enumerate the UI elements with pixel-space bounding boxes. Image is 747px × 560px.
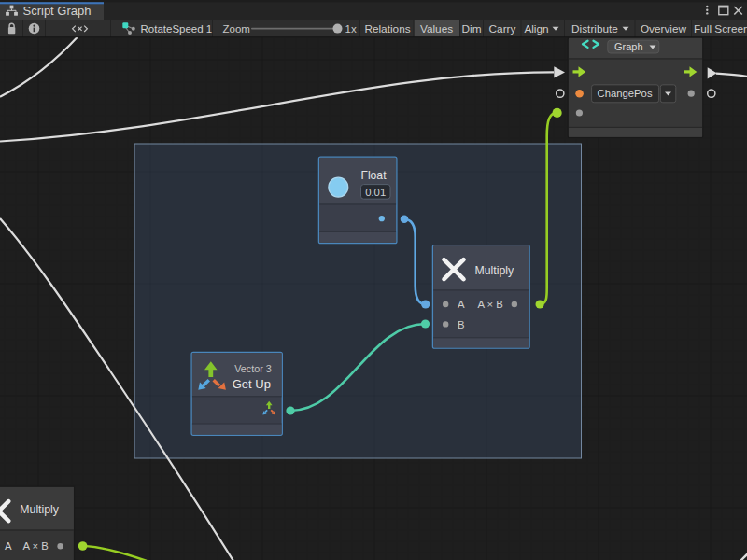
svg-text:Multiply: Multiply (475, 264, 515, 277)
svg-text:Align: Align (524, 22, 548, 35)
svg-text:ChangePos: ChangePos (598, 88, 653, 99)
svg-text:A × B: A × B (478, 299, 503, 310)
svg-text:Dim: Dim (462, 22, 482, 35)
svg-text:Get Up: Get Up (233, 377, 271, 391)
svg-text:Values: Values (420, 22, 453, 35)
svg-text:Vector 3: Vector 3 (234, 363, 272, 374)
svg-text:0.01: 0.01 (365, 187, 386, 198)
svg-text:B: B (458, 319, 465, 330)
svg-text:Overview: Overview (641, 22, 687, 35)
svg-text:A × B: A × B (23, 540, 49, 552)
svg-text:A: A (5, 540, 12, 552)
svg-text:Script Graph: Script Graph (23, 4, 92, 18)
svg-text:RotateSpeed 1: RotateSpeed 1 (141, 23, 213, 35)
svg-text:Float: Float (360, 169, 387, 182)
svg-text:Zoom: Zoom (223, 23, 250, 35)
svg-text:Full Screen: Full Screen (694, 22, 747, 35)
svg-text:Distribute: Distribute (571, 22, 618, 35)
svg-text:A: A (458, 299, 465, 310)
svg-text:Carry: Carry (489, 22, 516, 35)
svg-text:Multiply: Multiply (20, 503, 60, 516)
svg-text:Graph: Graph (614, 41, 643, 52)
svg-text:1x: 1x (345, 23, 357, 35)
svg-text:Relations: Relations (364, 22, 410, 35)
